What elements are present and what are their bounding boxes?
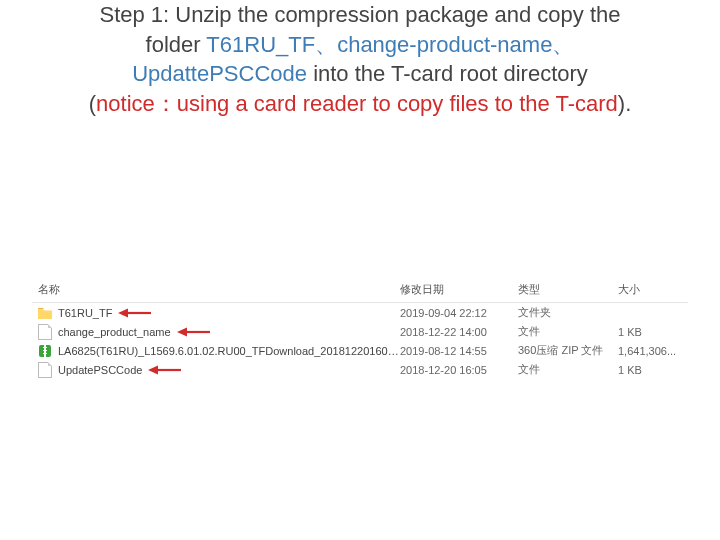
table-row[interactable]: T61RU_TF2019-09-04 22:12文件夹 xyxy=(32,303,688,322)
file-name: change_product_name xyxy=(58,326,171,338)
instr-frag-3: into the T-card root directory xyxy=(307,61,588,86)
instr-blue-2: UpdattePSCCode xyxy=(132,61,307,86)
file-date: 2018-12-22 14:00 xyxy=(400,326,518,338)
svg-rect-6 xyxy=(43,347,47,348)
file-date: 2018-12-20 16:05 xyxy=(400,364,518,376)
red-arrow-icon xyxy=(148,365,182,375)
svg-marker-3 xyxy=(177,327,187,336)
header-name[interactable]: 名称 xyxy=(32,282,400,297)
file-name: LA6825(T61RU)_L1569.6.01.02.RU00_TFDownl… xyxy=(58,345,400,357)
file-date: 2019-09-04 22:12 xyxy=(400,307,518,319)
file-type: 文件 xyxy=(518,362,618,377)
file-size: 1 KB xyxy=(618,326,678,338)
instr-frag-2: folder xyxy=(146,32,207,57)
file-type: 360压缩 ZIP 文件 xyxy=(518,343,618,358)
svg-rect-8 xyxy=(43,353,47,354)
header-size[interactable]: 大小 xyxy=(618,282,678,297)
instr-frag-1: Step 1: Unzip the compression package an… xyxy=(100,2,621,27)
table-row[interactable]: change_product_name2018-12-22 14:00文件1 K… xyxy=(32,322,688,341)
instr-blue-1: T61RU_TF、change-product-name、 xyxy=(206,32,574,57)
instr-red: notice：using a card reader to copy files… xyxy=(96,91,618,116)
file-name: T61RU_TF xyxy=(58,307,112,319)
paren-close: ). xyxy=(618,91,631,116)
file-icon xyxy=(38,362,52,378)
svg-rect-7 xyxy=(43,350,47,351)
red-arrow-icon xyxy=(177,327,211,337)
file-name: UpdatePSCCode xyxy=(58,364,142,376)
table-row[interactable]: LA6825(T61RU)_L1569.6.01.02.RU00_TFDownl… xyxy=(32,341,688,360)
file-listing: 名称 修改日期 类型 大小 T61RU_TF2019-09-04 22:12文件… xyxy=(32,278,688,379)
header-type[interactable]: 类型 xyxy=(518,282,618,297)
file-type: 文件 xyxy=(518,324,618,339)
file-icon xyxy=(38,324,52,340)
file-date: 2019-08-12 14:55 xyxy=(400,345,518,357)
table-row[interactable]: UpdatePSCCode2018-12-20 16:05文件1 KB xyxy=(32,360,688,379)
zip-icon xyxy=(38,344,52,358)
listing-header: 名称 修改日期 类型 大小 xyxy=(32,278,688,303)
instruction-text: Step 1: Unzip the compression package an… xyxy=(40,0,680,119)
file-type: 文件夹 xyxy=(518,305,618,320)
paren-open: ( xyxy=(89,91,96,116)
red-arrow-icon xyxy=(118,308,152,318)
file-size: 1,641,306... xyxy=(618,345,678,357)
svg-marker-10 xyxy=(148,365,158,374)
folder-icon xyxy=(38,307,52,319)
file-size: 1 KB xyxy=(618,364,678,376)
header-date[interactable]: 修改日期 xyxy=(400,282,518,297)
svg-marker-1 xyxy=(118,308,128,317)
